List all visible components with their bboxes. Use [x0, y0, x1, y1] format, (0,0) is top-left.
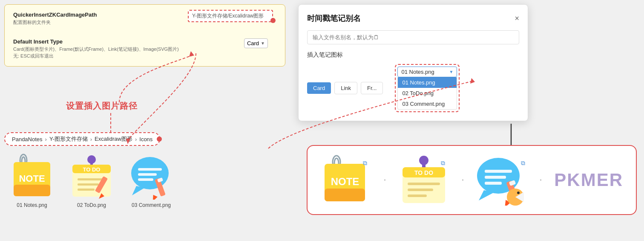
svg-marker-23 — [151, 194, 158, 200]
svg-rect-41 — [408, 195, 427, 197]
setting-row-2: Default Insert Type Card(图标类型卡片)、Frame(默… — [13, 38, 276, 59]
icon-label: 插入笔记图标 — [307, 51, 519, 59]
svg-point-53 — [517, 192, 520, 194]
dropdown-current: 01 Notes.png — [401, 69, 434, 75]
result-panel: NOTE ⧉ TO DO ⧉ — [307, 145, 637, 215]
result-todo-icon: TO DO ⧉ — [398, 154, 449, 206]
center-label: 设置插入图片路径 — [66, 100, 138, 112]
dialog-header: 时间戳笔记别名 × — [307, 13, 519, 23]
svg-text:NOTE: NOTE — [331, 176, 359, 187]
svg-text:⧉: ⧉ — [363, 160, 367, 166]
result-notes-icon: NOTE ⧉ — [320, 154, 371, 206]
notes-icon: NOTE — [9, 153, 55, 200]
svg-rect-20 — [138, 173, 157, 176]
breadcrumb-item-3: Icons — [139, 136, 152, 142]
file-item-comment: 03 Comment.png — [128, 153, 175, 208]
svg-rect-13 — [78, 183, 99, 186]
breadcrumb-sep-2: › — [135, 136, 137, 142]
file-icons-row: NOTE 01 Notes.png TO DO — [4, 153, 268, 208]
svg-rect-47 — [485, 182, 502, 185]
close-button[interactable]: × — [515, 14, 519, 23]
svg-rect-14 — [78, 189, 95, 191]
svg-text:TO DO: TO DO — [83, 166, 101, 173]
setting-desc-2: Card(图标类型卡片)、Frame(默认式Frame)、Link(笔记链接)、… — [13, 46, 276, 59]
svg-text:TO DO: TO DO — [414, 169, 433, 176]
dashed-line-1 — [384, 180, 385, 180]
breadcrumb-item-1: Y-图形文件存储 — [49, 135, 88, 143]
path-input[interactable]: Y-图形文件存储/Excalidraw图形 — [188, 10, 273, 22]
svg-rect-5 — [14, 185, 50, 196]
dialog-title: 时间戳笔记别名 — [307, 13, 361, 23]
svg-rect-40 — [408, 189, 433, 191]
svg-rect-21 — [138, 178, 153, 181]
dropdown-item-2[interactable]: 03 Comment.png — [398, 99, 457, 109]
dialog-controls: Card Link Fr... 01 Notes.png ▼ 01 Notes.… — [307, 64, 519, 112]
file-name-comment: 03 Comment.png — [132, 202, 171, 208]
breadcrumb-item-0: PandaNotes — [12, 136, 43, 142]
dashed-line-3 — [540, 180, 541, 180]
svg-rect-39 — [408, 183, 440, 185]
svg-text:⧉: ⧉ — [521, 160, 525, 166]
file-browser: PandaNotes › Y-图形文件存储 › Excalidraw图形 › I… — [4, 132, 268, 208]
dropdown-item-1[interactable]: 02 ToDo.png — [398, 88, 457, 99]
svg-marker-18 — [132, 186, 145, 195]
svg-text:NOTE: NOTE — [19, 173, 45, 184]
main-container: QuickerInsertZKCardImagePath 配置图标的文件夹 Y-… — [0, 0, 644, 241]
svg-rect-31 — [325, 189, 365, 201]
breadcrumb-item-2: Excalidraw图形 — [95, 135, 132, 143]
filename-input[interactable] — [307, 30, 519, 44]
result-comment-icon: ⧉ — [476, 154, 527, 206]
breadcrumb-sep-1: › — [90, 136, 92, 142]
svg-text:⧉: ⧉ — [441, 160, 445, 166]
file-item-notes: NOTE 01 Notes.png — [9, 153, 55, 208]
dropdown-list: 01 Notes.png 02 ToDo.png 03 Comment.png — [397, 77, 457, 110]
dropdown-item-0[interactable]: 01 Notes.png — [398, 77, 457, 88]
breadcrumb-bar: PandaNotes › Y-图形文件存储 › Excalidraw图形 › I… — [4, 132, 160, 146]
breadcrumb-dot — [157, 136, 162, 142]
file-item-todo: TO DO 02 ToDo.png — [68, 153, 115, 208]
setting-title-2: Default Insert Type — [13, 38, 276, 45]
svg-marker-44 — [479, 190, 495, 200]
todo-icon: TO DO — [68, 153, 115, 200]
file-name-notes: 01 Notes.png — [17, 202, 47, 208]
card-button[interactable]: Card — [307, 82, 331, 94]
frame-button[interactable]: Fr... — [361, 82, 383, 94]
file-name-todo: 02 ToDo.png — [77, 202, 106, 208]
dialog-panel: 时间戳笔记别名 × 插入笔记图标 Card Link Fr... 01 Note… — [298, 4, 528, 121]
svg-rect-46 — [485, 176, 506, 179]
card-select-arrow: ▼ — [261, 41, 265, 46]
settings-panel: QuickerInsertZKCardImagePath 配置图标的文件夹 Y-… — [4, 4, 285, 67]
svg-point-34 — [419, 156, 428, 165]
dropdown-select[interactable]: 01 Notes.png ▼ — [397, 67, 457, 77]
card-select-label: Card — [247, 40, 259, 46]
dropdown-area: 01 Notes.png ▼ 01 Notes.png 02 ToDo.png … — [395, 64, 460, 112]
comment-icon — [128, 153, 175, 200]
dashed-line-2 — [462, 180, 463, 180]
svg-rect-19 — [138, 168, 162, 171]
link-button[interactable]: Link — [334, 82, 357, 94]
breadcrumb-sep-0: › — [45, 136, 47, 142]
dropdown-arrow: ▼ — [449, 70, 454, 74]
pkmer-text: PKMER — [554, 170, 623, 190]
svg-rect-45 — [485, 170, 512, 173]
path-dot — [270, 18, 276, 23]
